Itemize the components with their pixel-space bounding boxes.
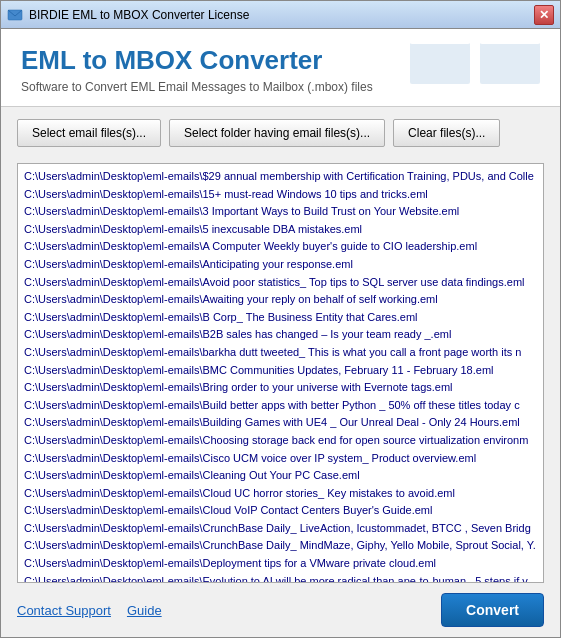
list-item: C:\Users\admin\Desktop\eml-emails\5 inex… <box>24 221 537 239</box>
title-bar-left: BIRDIE EML to MBOX Converter License <box>7 7 249 23</box>
list-item: C:\Users\admin\Desktop\eml-emails\15+ mu… <box>24 186 537 204</box>
list-item: C:\Users\admin\Desktop\eml-emails\barkha… <box>24 344 537 362</box>
footer: Contact Support Guide Convert <box>1 583 560 637</box>
main-window: BIRDIE EML to MBOX Converter License ✕ E… <box>0 0 561 638</box>
list-item: C:\Users\admin\Desktop\eml-emails\Choosi… <box>24 432 537 450</box>
list-item: C:\Users\admin\Desktop\eml-emails\BMC Co… <box>24 362 537 380</box>
convert-button[interactable]: Convert <box>441 593 544 627</box>
footer-links: Contact Support Guide <box>17 603 162 618</box>
list-item: C:\Users\admin\Desktop\eml-emails\Crunch… <box>24 537 537 555</box>
close-button[interactable]: ✕ <box>534 5 554 25</box>
list-item: C:\Users\admin\Desktop\eml-emails\Cloud … <box>24 485 537 503</box>
guide-link[interactable]: Guide <box>127 603 162 618</box>
list-item: C:\Users\admin\Desktop\eml-emails\3 Impo… <box>24 203 537 221</box>
list-item: C:\Users\admin\Desktop\eml-emails\Cloud … <box>24 502 537 520</box>
list-item: C:\Users\admin\Desktop\eml-emails\Cleani… <box>24 467 537 485</box>
select-folder-button[interactable]: Select folder having email files(s)... <box>169 119 385 147</box>
title-bar: BIRDIE EML to MBOX Converter License ✕ <box>1 1 560 29</box>
list-item: C:\Users\admin\Desktop\eml-emails\B Corp… <box>24 309 537 327</box>
list-item: C:\Users\admin\Desktop\eml-emails\Antici… <box>24 256 537 274</box>
file-list-container[interactable]: C:\Users\admin\Desktop\eml-emails\$29 an… <box>17 163 544 583</box>
content-area: C:\Users\admin\Desktop\eml-emails\$29 an… <box>1 159 560 583</box>
app-icon <box>7 7 23 23</box>
list-item: C:\Users\admin\Desktop\eml-emails\Buildi… <box>24 414 537 432</box>
file-list: C:\Users\admin\Desktop\eml-emails\$29 an… <box>18 164 543 583</box>
list-item: C:\Users\admin\Desktop\eml-emails\B2B sa… <box>24 326 537 344</box>
list-item: C:\Users\admin\Desktop\eml-emails\$29 an… <box>24 168 537 186</box>
list-item: C:\Users\admin\Desktop\eml-emails\Build … <box>24 397 537 415</box>
list-item: C:\Users\admin\Desktop\eml-emails\Avoid … <box>24 274 537 292</box>
header-section: EML to MBOX Converter Software to Conver… <box>1 29 560 107</box>
list-item: C:\Users\admin\Desktop\eml-emails\Deploy… <box>24 555 537 573</box>
contact-support-link[interactable]: Contact Support <box>17 603 111 618</box>
list-item: C:\Users\admin\Desktop\eml-emails\Crunch… <box>24 520 537 538</box>
envelope-decoration <box>410 39 540 84</box>
list-item: C:\Users\admin\Desktop\eml-emails\Cisco … <box>24 450 537 468</box>
clear-files-button[interactable]: Clear files(s)... <box>393 119 500 147</box>
list-item: C:\Users\admin\Desktop\eml-emails\Awaiti… <box>24 291 537 309</box>
title-bar-text: BIRDIE EML to MBOX Converter License <box>29 8 249 22</box>
list-item: C:\Users\admin\Desktop\eml-emails\Bring … <box>24 379 537 397</box>
list-item: C:\Users\admin\Desktop\eml-emails\A Comp… <box>24 238 537 256</box>
toolbar: Select email files(s)... Select folder h… <box>1 107 560 159</box>
select-files-button[interactable]: Select email files(s)... <box>17 119 161 147</box>
list-item: C:\Users\admin\Desktop\eml-emails\Evolut… <box>24 573 537 583</box>
